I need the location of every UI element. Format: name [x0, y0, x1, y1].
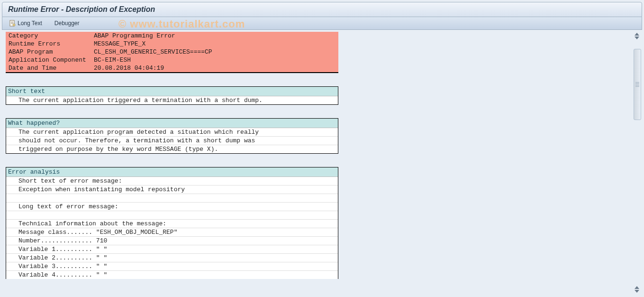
- summary-label: Category: [6, 32, 91, 40]
- table-row: Application ComponentBC-EIM-ESH: [6, 56, 338, 64]
- report-line: [6, 211, 338, 220]
- title-bar: Runtime Error - Description of Exception: [2, 2, 642, 17]
- svg-point-4: [13, 24, 15, 26]
- error-analysis-header: Error analysis: [6, 167, 338, 177]
- report-line: Long text of error message:: [6, 203, 338, 211]
- report-line: The current application program detected…: [6, 128, 338, 137]
- what-happened-body: The current application program detected…: [6, 128, 338, 153]
- report-line: Variable 1.......... " ": [6, 245, 338, 254]
- summary-table: CategoryABAP Programming ErrorRuntime Er…: [6, 32, 338, 73]
- table-row: CategoryABAP Programming Error: [6, 32, 338, 40]
- document-icon: [9, 20, 16, 27]
- summary-label: Date and Time: [6, 64, 91, 73]
- table-row: Runtime ErrorsMESSAGE_TYPE_X: [6, 40, 338, 48]
- summary-value: ABAP Programming Error: [91, 32, 338, 40]
- summary-label: Runtime Errors: [6, 40, 91, 48]
- report-line: Variable 3.......... " ": [6, 262, 338, 271]
- what-happened-header: What happened?: [6, 119, 338, 128]
- report-panel: CategoryABAP Programming ErrorRuntime Er…: [2, 32, 341, 279]
- summary-value: BC-EIM-ESH: [91, 56, 338, 64]
- report-line: Short text of error message:: [6, 177, 338, 186]
- table-row: Date and Time20.08.2018 04:04:19: [6, 64, 338, 73]
- scroll-down-icon[interactable]: [635, 37, 639, 39]
- what-happened-section: What happened? The current application p…: [6, 118, 338, 154]
- long-text-button[interactable]: Long Text: [7, 19, 44, 28]
- scrollbar-gripper[interactable]: [634, 49, 641, 120]
- report-line: Message class....... "ESH_OM_OBJ_MODEL_R…: [6, 228, 338, 237]
- short-text-header: Short text: [6, 87, 338, 96]
- content-area: CategoryABAP Programming ErrorRuntime Er…: [2, 32, 642, 295]
- short-text-section: Short text The current application trigg…: [6, 86, 338, 105]
- summary-value: CL_ESH_OM_GENERIC_SERVICES====CP: [91, 48, 338, 56]
- report-line: Variable 4.......... " ": [6, 271, 338, 279]
- toolbar: Long Text Debugger: [2, 17, 642, 30]
- scroll-indicators-top: [635, 33, 639, 39]
- error-analysis-body: Short text of error message:Exception wh…: [6, 177, 338, 279]
- report-line: [6, 194, 338, 203]
- scroll-up-bottom-icon[interactable]: [635, 286, 639, 289]
- report-line: The current application triggered a term…: [6, 96, 338, 104]
- summary-label: ABAP Program: [6, 48, 91, 56]
- summary-label: Application Component: [6, 56, 91, 64]
- error-analysis-section: Error analysis Short text of error messa…: [6, 167, 338, 279]
- summary-value: 20.08.2018 04:04:19: [91, 64, 338, 73]
- page-title: Runtime Error - Description of Exception: [8, 5, 636, 14]
- summary-value: MESSAGE_TYPE_X: [91, 40, 338, 48]
- scroll-indicator-bottom: [635, 286, 639, 293]
- report-line: should not occur. Therefore, a terminati…: [6, 137, 338, 145]
- report-line: Exception when instantiating model repos…: [6, 186, 338, 194]
- scroll-down-bottom-icon[interactable]: [635, 290, 639, 293]
- report-line: Variable 2.......... " ": [6, 254, 338, 262]
- debugger-label: Debugger: [54, 20, 80, 27]
- debugger-button[interactable]: Debugger: [53, 19, 82, 28]
- scroll-up-icon[interactable]: [635, 33, 639, 36]
- report-line: triggered on purpose by the key word MES…: [6, 145, 338, 153]
- short-text-body: The current application triggered a term…: [6, 96, 338, 104]
- long-text-label: Long Text: [18, 20, 42, 27]
- table-row: ABAP ProgramCL_ESH_OM_GENERIC_SERVICES==…: [6, 48, 338, 56]
- report-line: Number.............. 710: [6, 237, 338, 245]
- report-line: Technical information about the message:: [6, 220, 338, 228]
